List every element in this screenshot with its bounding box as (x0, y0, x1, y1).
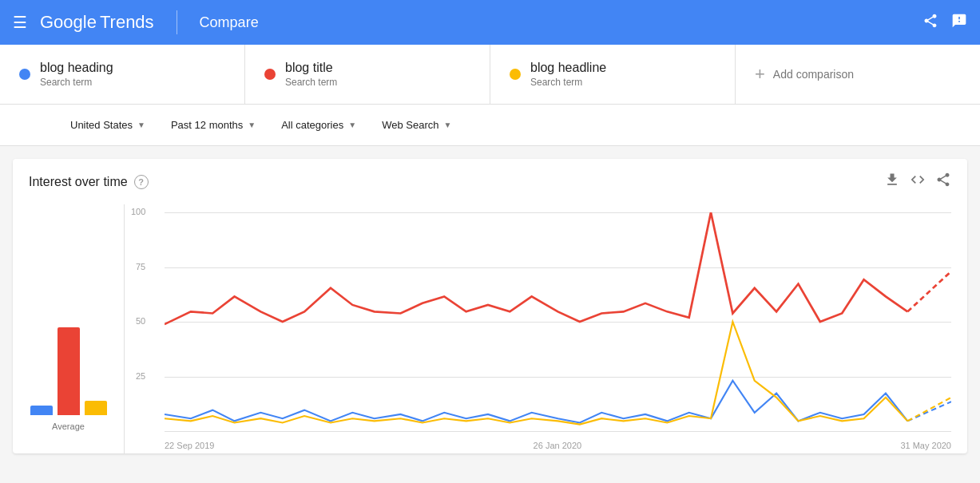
filter-category-label: All categories (281, 119, 343, 131)
term3-dot (510, 69, 521, 80)
grid-0 (165, 431, 951, 432)
share-icon[interactable] (922, 13, 938, 33)
filter-category[interactable]: All categories ▼ (275, 114, 363, 136)
term1-sublabel: Search term (40, 77, 113, 88)
embed-icon[interactable] (910, 172, 926, 192)
yellow-line (165, 322, 907, 425)
card-title-area: Interest over time ? (29, 175, 149, 189)
help-icon[interactable]: ? (134, 175, 149, 189)
term3-sublabel: Search term (530, 77, 606, 88)
yellow-line-dashed (907, 398, 951, 422)
header-compare-label: Compare (200, 14, 259, 31)
term2-sublabel: Search term (285, 77, 337, 88)
header: ☰ Google Trends Compare (0, 0, 980, 45)
filter-country[interactable]: United States ▼ (64, 114, 152, 136)
filter-time-label: Past 12 months (171, 119, 243, 131)
filter-search-type-arrow: ▼ (443, 121, 451, 129)
term1-text: blog heading Search term (40, 61, 113, 88)
x-label-3: 31 May 2020 (900, 441, 951, 450)
filter-country-arrow: ▼ (137, 121, 145, 129)
term1-label: blog heading (40, 61, 113, 75)
filter-country-label: United States (70, 119, 133, 131)
add-comparison-label: Add comparison (773, 68, 854, 81)
share-chart-icon[interactable] (935, 172, 951, 192)
term2-dot (264, 69, 276, 80)
search-term-3[interactable]: blog headline Search term (490, 45, 736, 104)
term2-text: blog title Search term (285, 61, 337, 88)
feedback-icon[interactable] (951, 13, 967, 33)
header-actions (922, 13, 967, 33)
blue-line-dashed (907, 402, 951, 421)
card-title: Interest over time (29, 175, 128, 189)
term3-text: blog headline Search term (530, 61, 606, 88)
y-label-50: 50 (136, 316, 145, 326)
filter-search-type[interactable]: Web Search ▼ (375, 114, 458, 136)
search-term-2[interactable]: blog title Search term (245, 45, 490, 104)
avg-label: Average (52, 422, 85, 431)
red-line (165, 212, 907, 324)
y-label-75: 75 (136, 262, 145, 271)
header-logo: Google Trends (40, 12, 154, 33)
filter-bar: United States ▼ Past 12 months ▼ All cat… (0, 105, 980, 146)
search-term-1[interactable]: blog heading Search term (0, 45, 245, 104)
logo-trends: Trends (100, 12, 154, 33)
chart-main: 100 75 50 25 (125, 204, 967, 453)
line-chart-svg (165, 212, 951, 431)
x-label-1: 22 Sep 2019 (165, 441, 214, 450)
chart-grid-area: 100 75 50 25 (165, 212, 951, 431)
chart-sidebar: Average (13, 204, 125, 453)
interest-over-time-card: Interest over time ? (13, 159, 967, 453)
x-label-2: 26 Jan 2020 (534, 441, 582, 450)
term3-label: blog headline (530, 61, 606, 75)
filter-time[interactable]: Past 12 months ▼ (165, 114, 262, 136)
search-terms-bar: blog heading Search term blog title Sear… (0, 45, 980, 105)
card-actions (884, 172, 951, 192)
y-label-100: 100 (131, 207, 145, 216)
blue-line (165, 381, 907, 423)
add-comparison-plus-icon: + (755, 64, 765, 85)
avg-bars (30, 255, 107, 415)
y-label-25: 25 (136, 371, 145, 381)
menu-icon[interactable]: ☰ (13, 13, 27, 32)
download-icon[interactable] (884, 172, 900, 192)
term1-dot (19, 69, 30, 80)
x-labels: 22 Sep 2019 26 Jan 2020 31 May 2020 (165, 441, 951, 450)
main-content: Interest over time ? (0, 146, 980, 466)
card-header: Interest over time ? (13, 159, 967, 198)
chart-container: Average 100 75 50 (13, 198, 967, 453)
avg-bar-blue (30, 406, 53, 415)
avg-bar-red (58, 327, 80, 415)
term2-label: blog title (285, 61, 337, 75)
filter-time-arrow: ▼ (248, 121, 256, 129)
filter-category-arrow: ▼ (348, 121, 356, 129)
logo-google: Google (40, 12, 97, 33)
filter-search-type-label: Web Search (382, 119, 438, 131)
avg-bar-yellow (85, 401, 107, 415)
header-divider (177, 10, 177, 34)
add-comparison[interactable]: + Add comparison (736, 45, 980, 104)
red-line-dashed (907, 271, 951, 312)
